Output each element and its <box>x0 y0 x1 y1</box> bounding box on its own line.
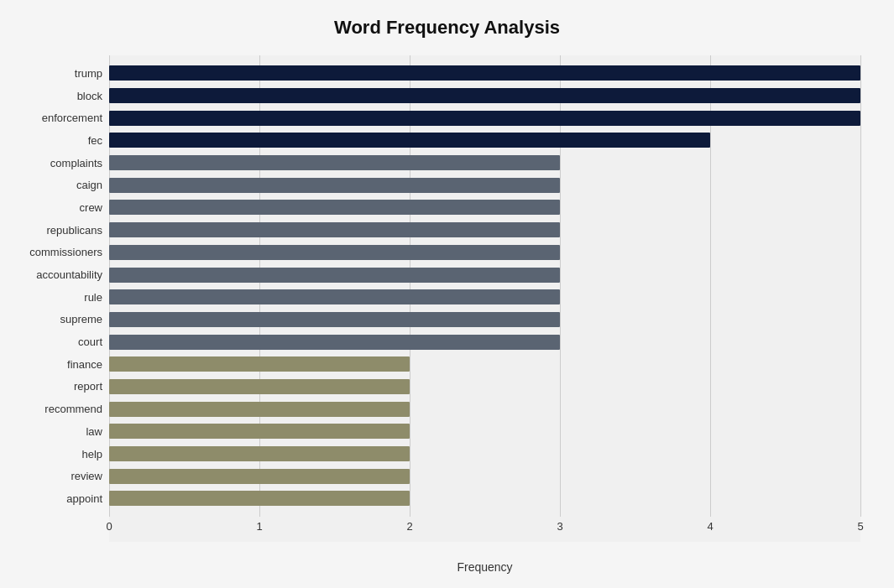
bar-row: appoint <box>109 489 860 507</box>
bar-label: recommend <box>13 403 109 415</box>
x-tick-0: 0 <box>106 520 112 533</box>
bar-row: law <box>109 422 860 440</box>
bar <box>109 155 560 170</box>
bar-label: complaints <box>13 157 109 169</box>
bar-row: republicans <box>109 221 860 239</box>
bar-label: fec <box>13 134 109 147</box>
bar-label: trump <box>13 67 109 80</box>
bar-row: block <box>109 86 860 105</box>
bar <box>109 335 560 350</box>
bar <box>109 200 560 215</box>
bar <box>109 178 560 193</box>
bar <box>109 222 560 237</box>
bar-label: review <box>13 470 109 482</box>
x-tick-5: 5 <box>857 520 863 533</box>
bar <box>109 133 710 148</box>
bar-label: crew <box>13 201 109 214</box>
x-tick-3: 3 <box>557 520 562 533</box>
bar-row: fec <box>109 131 860 149</box>
bar-row: crew <box>109 198 860 216</box>
bar-label: report <box>13 380 109 393</box>
bar <box>109 268 560 283</box>
bar <box>109 469 410 484</box>
bar-row: trump <box>109 64 860 82</box>
bar-label: help <box>13 448 109 461</box>
bar <box>109 88 860 103</box>
bar-label: finance <box>13 358 109 371</box>
bar <box>109 424 410 439</box>
bar <box>109 446 410 461</box>
x-axis-label: Frequency <box>457 560 512 574</box>
bar <box>109 312 560 327</box>
bar-label: supreme <box>13 313 109 325</box>
bar <box>109 379 410 394</box>
bar-label: republicans <box>13 224 109 237</box>
x-axis: 0 1 2 3 4 5 Frequency <box>109 517 860 542</box>
bar-row: supreme <box>109 310 860 329</box>
x-tick-1: 1 <box>256 520 262 533</box>
vgrid-5 <box>860 55 861 517</box>
x-tick-2: 2 <box>406 520 412 533</box>
bar <box>109 491 410 506</box>
bar <box>109 65 860 81</box>
bar-row: recommend <box>109 400 860 419</box>
chart-area: trumpblockenforcementfeccomplaintscaignc… <box>109 55 860 542</box>
bar-label: block <box>13 90 109 102</box>
bar-label: commissioners <box>13 246 109 258</box>
bar-row: enforcement <box>109 109 860 127</box>
bar-row: report <box>109 377 860 396</box>
bar-label: appoint <box>13 492 109 505</box>
bar-row: review <box>109 467 860 486</box>
bar-label: caign <box>13 179 109 191</box>
bar <box>109 111 860 126</box>
chart-title: Word Frequency Analysis <box>34 17 860 39</box>
bar-label: court <box>13 336 109 348</box>
bar-label: accountability <box>13 268 109 281</box>
bar-label: law <box>13 425 109 438</box>
bar-row: complaints <box>109 154 860 172</box>
bar <box>109 356 410 372</box>
bar <box>109 245 560 260</box>
bar <box>109 402 410 417</box>
bars-wrapper: trumpblockenforcementfeccomplaintscaignc… <box>109 55 860 517</box>
bar-row: accountability <box>109 266 860 284</box>
bar-row: court <box>109 333 860 351</box>
bar-row: finance <box>109 355 860 373</box>
bar-label: enforcement <box>13 112 109 124</box>
bar-row: help <box>109 445 860 463</box>
bar-row: rule <box>109 288 860 306</box>
chart-container: Word Frequency Analysis trumpblockenforc… <box>0 0 894 588</box>
x-tick-4: 4 <box>707 520 713 533</box>
bar <box>109 289 560 304</box>
bar-row: caign <box>109 176 860 195</box>
bar-row: commissioners <box>109 243 860 262</box>
bar-label: rule <box>13 291 109 304</box>
